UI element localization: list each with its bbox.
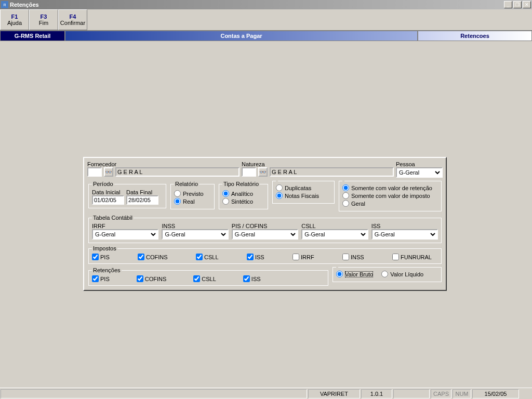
- status-spacer-cell: [393, 389, 430, 398]
- retencoes-legend: Retenções: [92, 267, 122, 273]
- inss-label: INSS: [162, 223, 228, 229]
- fornecedor-lookup-button[interactable]: 👓: [104, 167, 113, 177]
- retencoes-pis-label: PIS: [100, 276, 110, 282]
- confirm-button[interactable]: F4 Confirmar: [58, 9, 87, 30]
- maximize-button[interactable]: ❐: [513, 1, 522, 8]
- status-caps-cell: CAPS: [431, 389, 451, 398]
- geral-radio[interactable]: [342, 200, 349, 207]
- retencoes-csll-checkbox[interactable]: [193, 275, 200, 282]
- analitico-label: Analítico: [231, 191, 253, 197]
- tipo-relatorio-group: Tipo Relatório Analítico Sintético: [219, 181, 268, 209]
- impostos-inss-checkbox[interactable]: [342, 254, 349, 260]
- impostos-legend: Impostos: [92, 245, 117, 251]
- somente-imposto-label: Somente com valor de imposto: [351, 193, 430, 199]
- status-message-cell: [1, 389, 307, 398]
- previsto-radio[interactable]: [174, 190, 181, 197]
- tabela-contabil-legend: Tabela Contábil: [92, 215, 134, 221]
- piscofins-label: PIS / COFINS: [232, 223, 298, 229]
- impostos-pis-label: PIS: [100, 254, 110, 260]
- impostos-iss-checkbox[interactable]: [247, 254, 254, 260]
- geral-label: Geral: [351, 201, 365, 207]
- status-num-cell: NUM: [453, 389, 471, 398]
- periodo-legend: Período: [92, 181, 114, 187]
- f4-label: Confirmar: [60, 20, 85, 26]
- data-inicial-label: Data Inicial: [92, 189, 124, 195]
- minimize-button[interactable]: _: [504, 1, 512, 8]
- impostos-funrural-checkbox[interactable]: [392, 254, 399, 260]
- notas-fiscais-radio[interactable]: [276, 192, 283, 199]
- valor-bruto-radio[interactable]: [336, 271, 343, 277]
- retencoes-group: Retenções PIS COFINS CSLL ISS: [88, 267, 328, 286]
- impostos-pis-checkbox[interactable]: [92, 254, 99, 260]
- status-bar: VAPRIRET 1.0.1 CAPS NUM 15/02/05: [0, 388, 532, 399]
- natureza-lookup-button[interactable]: 👓: [258, 167, 268, 177]
- fornecedor-label: Fornecedor: [87, 161, 240, 167]
- data-final-label: Data Final: [126, 189, 158, 195]
- tipo-relatorio-legend: Tipo Relatório: [222, 181, 260, 187]
- somente-imposto-radio[interactable]: [342, 192, 349, 199]
- duplicatas-label: Duplicatas: [285, 185, 311, 191]
- status-version-cell: 1.0.1: [361, 389, 392, 398]
- fornecedor-code-input[interactable]: [87, 167, 102, 177]
- app-icon: R: [1, 1, 8, 8]
- impostos-csll-checkbox[interactable]: [196, 254, 203, 260]
- impostos-funrural-label: FUNRURAL: [401, 254, 432, 260]
- relatorio-group: Relatório Previsto Real: [170, 181, 215, 209]
- impostos-irrf-checkbox[interactable]: [292, 254, 299, 260]
- title-bar: R Retenções _ ❐ ✕: [0, 0, 532, 9]
- f1-label: Ajuda: [7, 20, 22, 26]
- real-radio[interactable]: [174, 198, 181, 205]
- binoculars-icon: 👓: [259, 169, 267, 176]
- impostos-csll-label: CSLL: [204, 254, 219, 260]
- breadcrumb-module: Contas a Pagar: [65, 31, 418, 41]
- tabela-contabil-group: Tabela Contábil IRRFG-Geral INSSG-Geral …: [88, 215, 442, 243]
- main-panel: Fornecedor 👓 Natureza 👓 Pessoa G-Geral P…: [83, 157, 447, 291]
- retencoes-iss-label: ISS: [251, 276, 261, 282]
- periodo-group: Período Data Inicial Data Final: [88, 181, 166, 208]
- status-date-cell: 15/02/05: [472, 389, 519, 398]
- valor-group: Valor Bruto Valor Líquido: [332, 267, 442, 282]
- inss-select[interactable]: G-Geral: [162, 229, 228, 240]
- retencoes-pis-checkbox[interactable]: [92, 275, 99, 282]
- f1-key-label: F1: [11, 14, 18, 20]
- analitico-radio[interactable]: [222, 190, 229, 197]
- breadcrumb: G-RMS Retail Contas a Pagar Retencoes: [0, 31, 532, 41]
- impostos-inss-label: INSS: [351, 254, 364, 260]
- end-button[interactable]: F3 Fim: [29, 9, 58, 30]
- close-button[interactable]: ✕: [523, 1, 531, 8]
- iss-select[interactable]: G-Geral: [371, 229, 438, 240]
- natureza-code-input[interactable]: [242, 167, 256, 177]
- irrf-label: IRRF: [92, 223, 158, 229]
- duplicatas-radio[interactable]: [276, 184, 283, 191]
- retencoes-cofins-checkbox[interactable]: [137, 275, 143, 282]
- somente-retencao-label: Somente com valor de retenção: [351, 185, 432, 191]
- natureza-label: Natureza: [242, 161, 394, 167]
- valor-liquido-radio[interactable]: [381, 271, 388, 277]
- real-label: Real: [183, 198, 195, 205]
- irrf-select[interactable]: G-Geral: [92, 229, 158, 240]
- csll-label: CSLL: [301, 223, 368, 229]
- data-inicial-input[interactable]: [92, 195, 124, 205]
- csll-select[interactable]: G-Geral: [301, 229, 368, 240]
- retencoes-iss-checkbox[interactable]: [243, 275, 250, 282]
- piscofins-select[interactable]: G-Geral: [232, 229, 298, 240]
- somente-retencao-radio[interactable]: [342, 184, 349, 191]
- relatorio-legend: Relatório: [174, 181, 199, 187]
- impostos-cofins-checkbox[interactable]: [138, 254, 144, 260]
- sintetico-label: Sintético: [231, 198, 253, 205]
- status-program-cell: VAPRIRET: [308, 389, 360, 398]
- notas-fiscais-label: Notas Fiscais: [285, 193, 319, 199]
- filtro-group: Somente com valor de retenção Somente co…: [339, 181, 442, 211]
- impostos-iss-label: ISS: [255, 254, 264, 260]
- f3-key-label: F3: [41, 14, 47, 20]
- f4-key-label: F4: [70, 14, 76, 20]
- retencoes-csll-label: CSLL: [202, 276, 216, 282]
- help-button[interactable]: F1 Ajuda: [0, 9, 29, 30]
- natureza-name-display: [270, 167, 394, 177]
- data-final-input[interactable]: [126, 195, 158, 205]
- pessoa-select[interactable]: G-Geral: [396, 167, 443, 178]
- sintetico-radio[interactable]: [222, 198, 229, 205]
- window-title: Retenções: [10, 2, 504, 8]
- origem-group: Duplicatas Notas Fiscais: [272, 181, 335, 204]
- previsto-label: Previsto: [183, 191, 204, 197]
